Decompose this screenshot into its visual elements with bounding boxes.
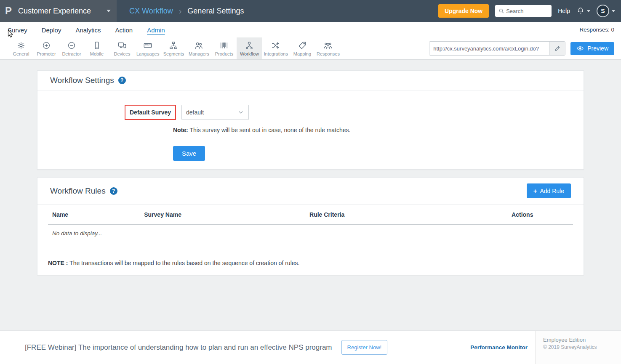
devices-icon xyxy=(117,41,127,50)
toolbar-item-label: Mobile xyxy=(90,51,104,56)
tab-survey[interactable]: Survey xyxy=(8,26,27,34)
empty-row: No data to display... xyxy=(48,225,573,242)
performance-monitor-link[interactable]: Performance Monitor xyxy=(470,344,528,351)
toolbar-item-responses[interactable]: Responses xyxy=(315,37,341,59)
search-box xyxy=(495,5,552,17)
questionpro-logo[interactable]: P xyxy=(5,5,12,17)
webinar-banner-text: [FREE Webinar] The importance of underst… xyxy=(25,343,332,352)
eye-icon xyxy=(576,45,584,52)
empty-state-text: No data to display... xyxy=(48,225,573,242)
toolbar-item-promoter[interactable]: Promoter xyxy=(34,37,59,59)
column-header-rule-criteria: Rule Criteria xyxy=(305,205,507,225)
toolbar-item-managers[interactable]: Managers xyxy=(186,37,211,59)
workflow-rules-title-group: Workflow Rules ? xyxy=(50,186,117,196)
chevron-down-icon xyxy=(612,10,615,12)
toolbar-item-label: Detractor xyxy=(62,51,81,56)
toolbar-item-mobile[interactable]: Mobile xyxy=(84,37,109,59)
breadcrumb: CX Workflow › General Settings xyxy=(129,6,244,16)
toolbar-item-products[interactable]: Products xyxy=(211,37,237,59)
note-text: This survey will be sent out in case, no… xyxy=(188,127,351,133)
search-icon xyxy=(498,8,505,14)
rules-note: NOTE : The transactions will be mapped t… xyxy=(37,242,584,275)
pencil-icon xyxy=(554,45,561,52)
toolbar-item-label: Responses xyxy=(317,51,340,56)
rules-note-label: NOTE : xyxy=(48,260,68,266)
column-header-name: Name xyxy=(48,205,140,225)
upgrade-now-button[interactable]: Upgrade Now xyxy=(438,4,489,18)
account-menu[interactable]: S xyxy=(597,5,615,17)
notifications-control[interactable] xyxy=(576,7,590,15)
rules-header-row: Name Survey Name Rule Criteria Actions xyxy=(48,205,573,225)
column-header-actions: Actions xyxy=(507,205,573,225)
chevron-down-icon xyxy=(587,10,590,12)
bell-icon xyxy=(576,7,585,15)
main-content: Workflow Settings ? Default Survey defau… xyxy=(0,60,621,330)
help-question-icon[interactable]: ? xyxy=(110,187,117,195)
toolbar-item-workflow[interactable]: Workflow xyxy=(237,37,262,59)
person-network-icon xyxy=(245,41,254,50)
register-now-button[interactable]: Register Now! xyxy=(341,340,388,355)
copyright-label: © 2019 SurveyAnalytics xyxy=(543,344,621,350)
default-survey-select[interactable]: default xyxy=(181,105,249,120)
note-label: Note: xyxy=(173,127,188,133)
toolbar-item-general[interactable]: General xyxy=(8,37,34,59)
toolbar-item-integrations[interactable]: Integrations xyxy=(262,37,289,59)
toolbar-item-label: Promoter xyxy=(37,51,56,56)
footer: [FREE Webinar] The importance of underst… xyxy=(0,330,621,364)
footer-edition-block: Employee Edition © 2019 SurveyAnalytics xyxy=(535,331,621,364)
tab-deploy[interactable]: Deploy xyxy=(42,26,61,34)
tag-icon xyxy=(298,41,307,50)
rules-table-wrap: Name Survey Name Rule Criteria Actions N… xyxy=(37,205,584,242)
toolbar-item-label: General xyxy=(13,51,29,56)
preview-button[interactable]: Preview xyxy=(570,42,614,55)
toolbar-item-label: Products xyxy=(215,51,233,56)
toolbar-item-label: Mapping xyxy=(293,51,311,56)
default-survey-note: Note: This survey will be sent out in ca… xyxy=(173,127,571,133)
help-question-icon[interactable]: ? xyxy=(118,77,126,84)
tab-action[interactable]: Action xyxy=(115,26,133,34)
chevron-down-icon xyxy=(237,109,244,116)
plus-icon: + xyxy=(533,187,537,194)
main-nav: Survey Deploy Analytics Action Admin Res… xyxy=(0,22,621,37)
chevron-down-icon xyxy=(107,10,111,12)
breadcrumb-separator-icon: › xyxy=(179,6,182,16)
circle-minus-icon xyxy=(67,41,76,50)
tab-admin[interactable]: Admin xyxy=(147,26,165,34)
add-rule-button[interactable]: + Add Rule xyxy=(527,183,571,198)
help-link[interactable]: Help xyxy=(558,8,570,14)
save-button[interactable]: Save xyxy=(173,146,205,161)
toolbar-item-mapping[interactable]: Mapping xyxy=(290,37,315,59)
toolbar-item-segments[interactable]: Segments xyxy=(161,37,186,59)
toolbar-item-label: Managers xyxy=(189,51,209,56)
save-row: Save xyxy=(173,146,571,161)
default-survey-label: Default Survey xyxy=(130,109,171,116)
topbar: P Customer Experience CX Workflow › Gene… xyxy=(0,0,621,22)
login-url-input[interactable] xyxy=(429,42,549,55)
tab-analytics[interactable]: Analytics xyxy=(75,26,101,34)
breadcrumb-section[interactable]: CX Workflow xyxy=(129,7,173,16)
default-survey-label-highlight: Default Survey xyxy=(125,105,176,120)
rules-table-body: No data to display... xyxy=(48,225,573,242)
responses-counter: Responses: 0 xyxy=(579,27,614,33)
topbar-right: Upgrade Now Help S xyxy=(438,4,621,18)
toolbar-item-label: Devices xyxy=(114,51,130,56)
workflow-settings-panel: Workflow Settings ? Default Survey defau… xyxy=(37,70,584,170)
shuffle-icon xyxy=(271,41,280,50)
breadcrumb-page: General Settings xyxy=(187,7,244,16)
product-switcher[interactable]: P Customer Experience xyxy=(0,0,117,22)
avatar[interactable]: S xyxy=(597,5,609,17)
column-header-survey-name: Survey Name xyxy=(140,205,305,225)
toolbar-item-detractor[interactable]: Detractor xyxy=(59,37,84,59)
edit-url-button[interactable] xyxy=(549,42,565,55)
people-icon xyxy=(194,41,203,50)
toolbar-item-label: Languages xyxy=(136,51,159,56)
barcode-icon xyxy=(219,41,229,50)
toolbar-item-label: Segments xyxy=(163,51,184,56)
gear-icon xyxy=(16,41,26,50)
toolbar-item-languages[interactable]: Languages xyxy=(135,37,161,59)
toolbar-item-devices[interactable]: Devices xyxy=(109,37,135,59)
admin-toolbar: General Promoter Detractor Mobile Device… xyxy=(0,37,621,60)
workflow-rules-title: Workflow Rules xyxy=(50,186,106,196)
workflow-rules-header: Workflow Rules ? + Add Rule xyxy=(37,178,584,204)
preview-button-label: Preview xyxy=(587,45,608,52)
